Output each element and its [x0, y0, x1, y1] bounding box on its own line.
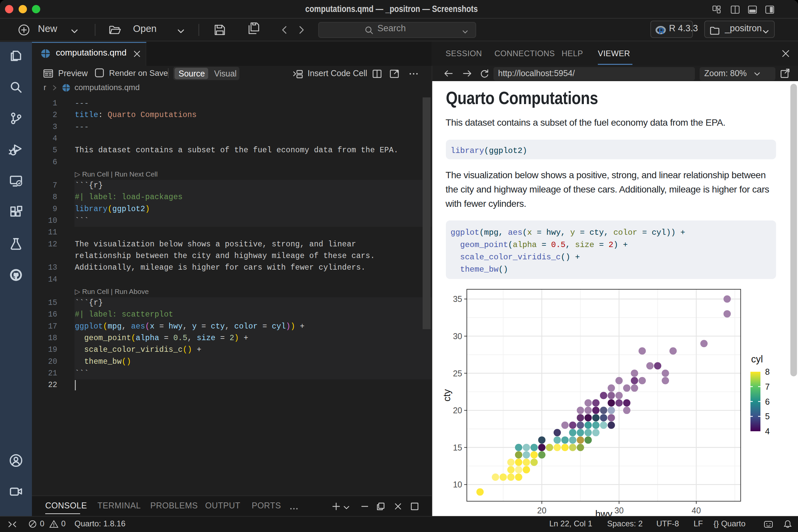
svg-text:35: 35: [453, 294, 462, 304]
svg-text:cty: cty: [442, 389, 452, 402]
svg-text:7: 7: [765, 382, 770, 391]
svg-text:R: R: [659, 27, 664, 36]
svg-text:40: 40: [691, 506, 701, 515]
svg-text:6: 6: [765, 397, 770, 406]
svg-text:25: 25: [453, 369, 462, 378]
svg-text:4: 4: [765, 426, 770, 436]
svg-text:cyl: cyl: [751, 354, 763, 364]
svg-text:5: 5: [765, 412, 770, 421]
svg-text:20: 20: [453, 406, 462, 415]
svg-text:30: 30: [453, 331, 462, 341]
svg-text:hwy: hwy: [595, 509, 612, 516]
svg-text:15: 15: [453, 443, 462, 452]
svg-text:20: 20: [537, 506, 547, 515]
svg-text:8: 8: [765, 367, 770, 376]
svg-text:30: 30: [614, 506, 624, 515]
svg-text:10: 10: [453, 480, 462, 489]
